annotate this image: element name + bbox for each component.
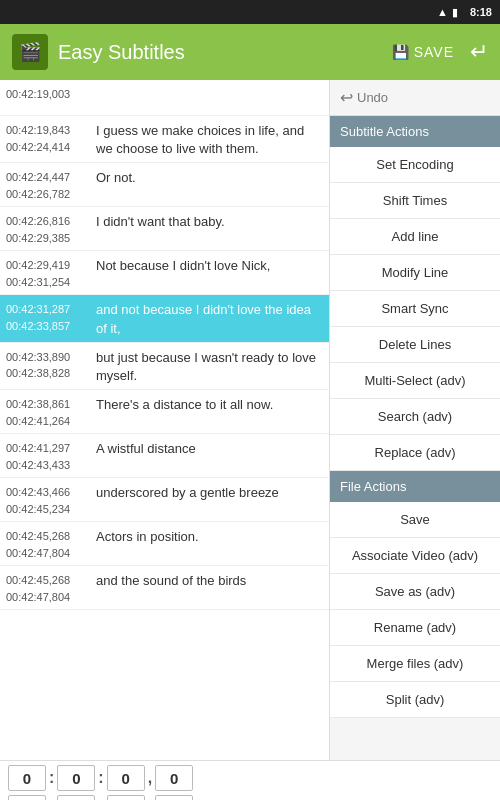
subtitle-time: 00:42:33,890 00:42:38,828 — [6, 347, 96, 382]
time1-ms[interactable] — [155, 765, 193, 791]
subtitle-text: I guess we make choices in life, and we … — [96, 120, 323, 158]
subtitle-action-item[interactable]: Add line — [330, 219, 500, 255]
subtitle-time: 00:42:38,861 00:42:41,264 — [6, 394, 96, 429]
subtitle-action-item[interactable]: Smart Sync — [330, 291, 500, 327]
battery-icon: ▮ — [452, 6, 458, 19]
app-header: 🎬 Easy Subtitles 💾 SAVE ↵ — [0, 24, 500, 80]
bottom-section: : : , : : , Apply Cancel — [0, 760, 500, 800]
subtitle-action-item[interactable]: Replace (adv) — [330, 435, 500, 471]
file-action-item[interactable]: Associate Video (adv) — [330, 538, 500, 574]
sep3: , — [147, 769, 153, 787]
sep1: : — [48, 769, 55, 787]
subtitle-time: 00:42:41,297 00:42:43,433 — [6, 438, 96, 473]
time-row-2: : : , — [8, 795, 492, 800]
main-content: 00:42:19,00300:42:19,843 00:42:24,414I g… — [0, 80, 500, 760]
subtitle-item[interactable]: 00:42:45,268 00:42:47,804Actors in posit… — [0, 522, 329, 566]
subtitle-item[interactable]: 00:42:29,419 00:42:31,254Not because I d… — [0, 251, 329, 295]
subtitle-item[interactable]: 00:42:41,297 00:42:43,433A wistful dista… — [0, 434, 329, 478]
time1-seconds[interactable] — [107, 765, 145, 791]
save-icon: 💾 — [392, 44, 410, 60]
time-row-1: : : , — [8, 765, 492, 791]
subtitle-time: 00:42:19,843 00:42:24,414 — [6, 120, 96, 155]
header-right: 💾 SAVE ↵ — [392, 39, 488, 65]
app-icon: 🎬 — [12, 34, 48, 70]
subtitle-text: but just because I wasn't ready to love … — [96, 347, 323, 385]
subtitle-time: 00:42:31,287 00:42:33,857 — [6, 299, 96, 334]
time2-seconds[interactable] — [107, 795, 145, 800]
status-time: 8:18 — [470, 6, 492, 18]
subtitle-action-item[interactable]: Multi-Select (adv) — [330, 363, 500, 399]
file-action-item[interactable]: Save — [330, 502, 500, 538]
subtitle-item[interactable]: 00:42:26,816 00:42:29,385I didn't want t… — [0, 207, 329, 251]
back-arrow-button[interactable]: ↵ — [470, 39, 488, 65]
subtitle-text: Not because I didn't love Nick, — [96, 255, 323, 275]
time2-minutes[interactable] — [57, 795, 95, 800]
file-action-item[interactable]: Split (adv) — [330, 682, 500, 718]
subtitle-action-item[interactable]: Shift Times — [330, 183, 500, 219]
subtitle-action-item[interactable]: Set Encoding — [330, 147, 500, 183]
subtitle-action-item[interactable]: Modify Line — [330, 255, 500, 291]
file-actions-header: File Actions — [330, 471, 500, 502]
wifi-icon: ▲ — [437, 6, 448, 18]
undo-label: Undo — [357, 90, 388, 105]
status-icons: ▲ ▮ 8:18 — [437, 6, 492, 19]
subtitle-time: 00:42:45,268 00:42:47,804 — [6, 570, 96, 605]
file-actions-list: SaveAssociate Video (adv)Save as (adv)Re… — [330, 502, 500, 718]
undo-bar[interactable]: ↩ Undo — [330, 80, 500, 116]
app-title: Easy Subtitles — [58, 41, 185, 64]
save-label: SAVE — [414, 44, 454, 60]
undo-icon: ↩ — [340, 88, 353, 107]
subtitle-text: and the sound of the birds — [96, 570, 323, 590]
subtitle-text: Or not. — [96, 167, 323, 187]
subtitle-item[interactable]: 00:42:33,890 00:42:38,828but just becaus… — [0, 343, 329, 390]
subtitle-text: Actors in position. — [96, 526, 323, 546]
subtitle-item[interactable]: 00:42:24,447 00:42:26,782Or not. — [0, 163, 329, 207]
subtitle-action-item[interactable]: Delete Lines — [330, 327, 500, 363]
file-action-item[interactable]: Merge files (adv) — [330, 646, 500, 682]
status-bar: ▲ ▮ 8:18 — [0, 0, 500, 24]
time2-ms[interactable] — [155, 795, 193, 800]
subtitle-item[interactable]: 00:42:38,861 00:42:41,264There's a dista… — [0, 390, 329, 434]
right-panel: ↩ Undo Subtitle Actions Set EncodingShif… — [330, 80, 500, 760]
subtitle-text: and not because I didn't love the idea o… — [96, 299, 323, 337]
subtitle-time: 00:42:24,447 00:42:26,782 — [6, 167, 96, 202]
file-action-item[interactable]: Rename (adv) — [330, 610, 500, 646]
file-action-item[interactable]: Save as (adv) — [330, 574, 500, 610]
subtitle-time: 00:42:26,816 00:42:29,385 — [6, 211, 96, 246]
time2-hours[interactable] — [8, 795, 46, 800]
subtitle-text — [96, 84, 323, 86]
time1-hours[interactable] — [8, 765, 46, 791]
subtitle-text: underscored by a gentle breeze — [96, 482, 323, 502]
subtitle-actions-list: Set EncodingShift TimesAdd lineModify Li… — [330, 147, 500, 471]
save-button[interactable]: 💾 SAVE — [392, 44, 454, 60]
subtitle-item[interactable]: 00:42:43,466 00:42:45,234underscored by … — [0, 478, 329, 522]
app-icon-glyph: 🎬 — [19, 41, 41, 63]
time1-minutes[interactable] — [57, 765, 95, 791]
subtitle-action-item[interactable]: Search (adv) — [330, 399, 500, 435]
subtitle-list[interactable]: 00:42:19,00300:42:19,843 00:42:24,414I g… — [0, 80, 330, 760]
subtitle-time: 00:42:19,003 — [6, 84, 96, 103]
subtitle-item[interactable]: 00:42:31,287 00:42:33,857and not because… — [0, 295, 329, 342]
header-left: 🎬 Easy Subtitles — [12, 34, 185, 70]
subtitle-item[interactable]: 00:42:19,003 — [0, 80, 329, 116]
subtitle-time: 00:42:29,419 00:42:31,254 — [6, 255, 96, 290]
subtitle-text: There's a distance to it all now. — [96, 394, 323, 414]
subtitle-item[interactable]: 00:42:19,843 00:42:24,414I guess we make… — [0, 116, 329, 163]
sep2: : — [97, 769, 104, 787]
subtitle-time: 00:42:45,268 00:42:47,804 — [6, 526, 96, 561]
subtitle-actions-header: Subtitle Actions — [330, 116, 500, 147]
subtitle-item[interactable]: 00:42:45,268 00:42:47,804and the sound o… — [0, 566, 329, 610]
subtitle-text: A wistful distance — [96, 438, 323, 458]
subtitle-text: I didn't want that baby. — [96, 211, 323, 231]
subtitle-time: 00:42:43,466 00:42:45,234 — [6, 482, 96, 517]
